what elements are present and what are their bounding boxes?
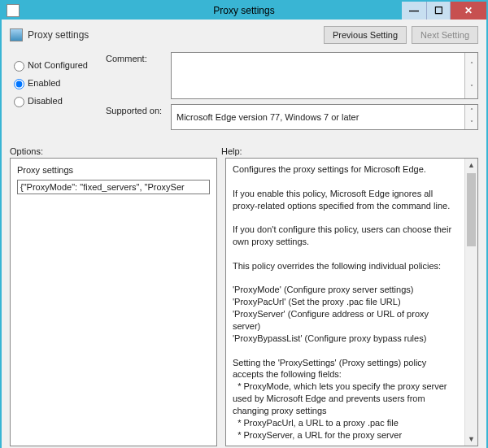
radio-enabled-label: Enabled bbox=[28, 78, 60, 88]
help-scrollbar[interactable]: ▲ ▼ bbox=[464, 159, 477, 446]
titlebar[interactable]: Proxy settings — ☐ ✕ bbox=[2, 2, 486, 20]
chevron-down-icon[interactable]: ˅ bbox=[464, 76, 477, 98]
options-panel: Proxy settings bbox=[10, 158, 217, 446]
proxy-settings-input[interactable] bbox=[17, 180, 210, 194]
scroll-up-icon[interactable]: ▲ bbox=[465, 159, 477, 172]
next-setting-button: Next Setting bbox=[412, 26, 478, 44]
scroll-down-icon[interactable]: ▼ bbox=[465, 433, 477, 446]
options-section-label: Options: bbox=[10, 146, 221, 156]
scroll-thumb[interactable] bbox=[467, 173, 476, 246]
maximize-button[interactable]: ☐ bbox=[426, 2, 451, 20]
close-button[interactable]: ✕ bbox=[451, 2, 486, 20]
window-title: Proxy settings bbox=[213, 5, 274, 16]
dialog-content: Proxy settings Previous Setting Next Set… bbox=[2, 20, 486, 448]
help-text: Configures the proxy settings for Micros… bbox=[226, 159, 464, 446]
policy-icon bbox=[10, 28, 23, 41]
help-section-label: Help: bbox=[221, 146, 242, 156]
previous-setting-button[interactable]: Previous Setting bbox=[324, 26, 407, 44]
options-subtitle: Proxy settings bbox=[17, 165, 210, 175]
supported-spin[interactable]: ˄˅ bbox=[464, 105, 477, 129]
supported-box: Microsoft Edge version 77, Windows 7 or … bbox=[171, 104, 478, 130]
chevron-down-icon[interactable]: ˅ bbox=[464, 117, 477, 129]
supported-label: Supported on: bbox=[106, 104, 171, 115]
radio-not-configured-input[interactable] bbox=[14, 61, 24, 72]
chevron-up-icon[interactable]: ˄ bbox=[464, 105, 477, 117]
config-state-group: Not Configured Enabled Disabled bbox=[10, 52, 99, 135]
comment-input[interactable]: ˄˅ bbox=[171, 52, 478, 99]
radio-disabled[interactable]: Disabled bbox=[10, 94, 99, 107]
comment-label: Comment: bbox=[106, 52, 171, 63]
radio-not-configured-label: Not Configured bbox=[28, 60, 88, 70]
radio-disabled-input[interactable] bbox=[14, 97, 24, 107]
policy-title: Proxy settings bbox=[28, 29, 89, 41]
help-panel: Configures the proxy settings for Micros… bbox=[225, 158, 478, 446]
radio-not-configured[interactable]: Not Configured bbox=[10, 59, 99, 72]
radio-disabled-label: Disabled bbox=[28, 96, 63, 106]
chevron-up-icon[interactable]: ˄ bbox=[464, 53, 477, 76]
minimize-button[interactable]: — bbox=[402, 2, 426, 20]
radio-enabled[interactable]: Enabled bbox=[10, 76, 99, 89]
supported-value: Microsoft Edge version 77, Windows 7 or … bbox=[176, 112, 359, 122]
comment-spin[interactable]: ˄˅ bbox=[464, 53, 477, 98]
radio-enabled-input[interactable] bbox=[14, 79, 24, 89]
app-icon bbox=[7, 4, 20, 17]
dialog-window: Proxy settings — ☐ ✕ Proxy settings Prev… bbox=[0, 0, 488, 448]
